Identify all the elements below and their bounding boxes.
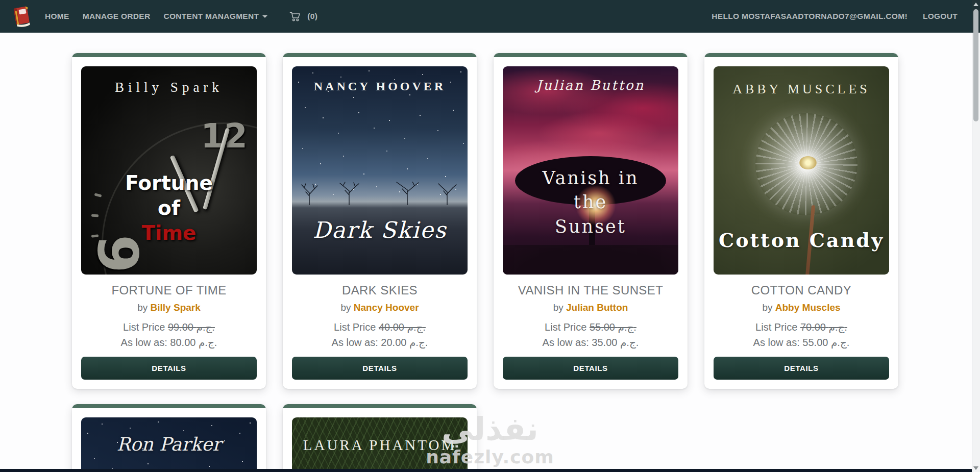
list-price-label: List Price [123,321,165,333]
scrollbar-up-arrow-icon[interactable] [973,3,978,6]
card-accent-strip [72,53,266,57]
currency-label: ج.م. [197,321,215,333]
cover-title: Vanish intheSunset [503,166,678,239]
book-card-ron-parker-partial: Ron Parker [72,404,266,472]
cover-title-line3: Sunset [555,216,626,237]
details-button[interactable]: DETAILS [292,357,468,380]
cover-title-line2: the [574,192,607,212]
book-card-fortune-of-time: 12 9 Billy Spark FortuneofTime FORTUNE O… [72,53,266,389]
as-low-as-label: As low as: [121,337,167,348]
cover-title: Dark Skies [292,217,468,243]
cover-author-name: Julian Button [503,78,678,93]
cover-title: Cotton Candy [714,229,889,252]
currency-label: ج.م. [618,321,636,333]
star-field [81,417,82,418]
list-price-number: 40.00 [379,321,404,333]
cover-title-line1: Fortune [125,171,213,194]
scrollbar-thumb[interactable] [973,9,978,121]
list-price-number: 99.00 [168,321,193,333]
nav-item-content-managment-label: CONTENT MANAGMENT [163,12,259,20]
bottom-dark-strip [0,469,972,472]
greeting-text: HELLO MOSTAFASAADTORNADO7@GMAIL.COM! [712,12,908,21]
book-byline: by Abby Muscles [714,302,889,313]
low-price-line: As low as: 20.00 ج.م. [292,336,468,349]
currency-label: ج.م. [829,321,847,333]
card-accent-strip [283,53,477,57]
details-button[interactable]: DETAILS [81,357,257,380]
logout-button[interactable]: LOGOUT [923,12,958,21]
book-cover-vanish-in-the-sunset: Julian Button Vanish intheSunset [503,66,678,275]
book-byline: by Nancy Hoover [292,302,468,313]
low-price-number: 20.00 [381,337,406,348]
book-card-cotton-candy: ABBY MUSCLES Cotton Candy COTTON CANDY b… [704,53,898,389]
book-card-laura-phantom-partial: LAURA PHANTOM [283,404,477,472]
book-author: Nancy Hoover [354,302,419,313]
currency-label: ج.م. [409,337,428,348]
cart-icon [289,10,301,22]
currency-label: ج.م. [620,337,639,348]
cover-author-name: Ron Parker [81,434,257,455]
book-cover-laura-phantom: LAURA PHANTOM [292,417,468,472]
currency-label: ج.م. [407,321,426,333]
list-price-line: List Price 55.00 ج.م. [503,321,678,333]
book-card-dark-skies: NANCY HOOVER Dark Skies DARK SKIES by Na… [283,53,477,389]
card-accent-strip [72,404,266,408]
list-price-line: List Price 70.00 ج.م. [714,321,889,333]
list-price-line: List Price 99.00 ج.م. [81,321,257,333]
card-accent-strip [704,53,898,57]
card-accent-strip [494,53,688,57]
book-card-vanish-in-the-sunset: Julian Button Vanish intheSunset VANISH … [494,53,688,389]
list-price-number: 55.00 [590,321,615,333]
book-cover-fortune-of-time: 12 9 Billy Spark FortuneofTime [81,66,257,275]
book-title: COTTON CANDY [714,283,889,297]
cart-button[interactable]: (0) [289,10,317,22]
book-author: Billy Spark [151,302,201,313]
details-button[interactable]: DETAILS [503,357,678,380]
low-price-number: 55.00 [802,337,828,348]
details-button[interactable]: DETAILS [714,357,889,380]
low-price-number: 35.00 [592,337,617,348]
by-label: by [137,302,148,313]
low-price-line: As low as: 35.00 ج.م. [503,336,678,349]
book-cover-dark-skies: NANCY HOOVER Dark Skies [292,66,468,275]
book-author: Julian Button [566,302,628,313]
book-grid: 12 9 Billy Spark FortuneofTime FORTUNE O… [72,53,909,472]
list-price-line: List Price 40.00 ج.م. [292,321,468,333]
card-accent-strip [283,404,477,408]
currency-label: ج.م. [831,337,849,348]
cover-author-name: NANCY HOOVER [292,80,468,93]
cover-author-name: Billy Spark [81,80,257,95]
cover-title-line3: Time [141,221,196,244]
nav-item-home[interactable]: HOME [45,12,69,21]
list-price-label: List Price [755,321,797,333]
as-low-as-label: As low as: [543,337,589,348]
book-byline: by Billy Spark [81,302,257,313]
low-price-line: As low as: 80.00 ج.م. [81,336,257,349]
cover-author-name: ABBY MUSCLES [714,82,889,97]
list-price-label: List Price [334,321,376,333]
dandelion-core [799,156,817,169]
low-price-line: As low as: 55.00 ج.م. [714,336,889,349]
book-title: DARK SKIES [292,283,468,297]
book-logo-icon[interactable] [11,5,33,28]
book-byline: by Julian Button [503,302,678,313]
tree-silhouettes [292,182,468,205]
as-low-as-label: As low as: [753,337,800,348]
list-price-value: 70.00 ج.م. [800,321,847,333]
by-label: by [553,302,564,313]
ground-silhouette [503,245,678,275]
star-field [292,66,293,67]
book-cover-ron-parker: Ron Parker [81,417,257,472]
cover-title-line2: of [158,196,180,219]
scrollbar-down-arrow-icon[interactable] [973,466,978,470]
scrollbar[interactable] [972,0,980,472]
navbar-right: HELLO MOSTAFASAADTORNADO7@GMAIL.COM! LOG… [712,12,958,21]
book-title: FORTUNE OF TIME [81,283,257,297]
nav-item-manage-order[interactable]: MANAGE ORDER [83,12,151,21]
cover-author-name: LAURA PHANTOM [292,437,468,454]
nav-item-content-managment[interactable]: CONTENT MANAGMENT [163,12,267,21]
book-author: Abby Muscles [775,302,841,313]
list-price-value: 40.00 ج.م. [379,321,426,333]
low-price-number: 80.00 [170,337,195,348]
list-price-number: 70.00 [800,321,826,333]
